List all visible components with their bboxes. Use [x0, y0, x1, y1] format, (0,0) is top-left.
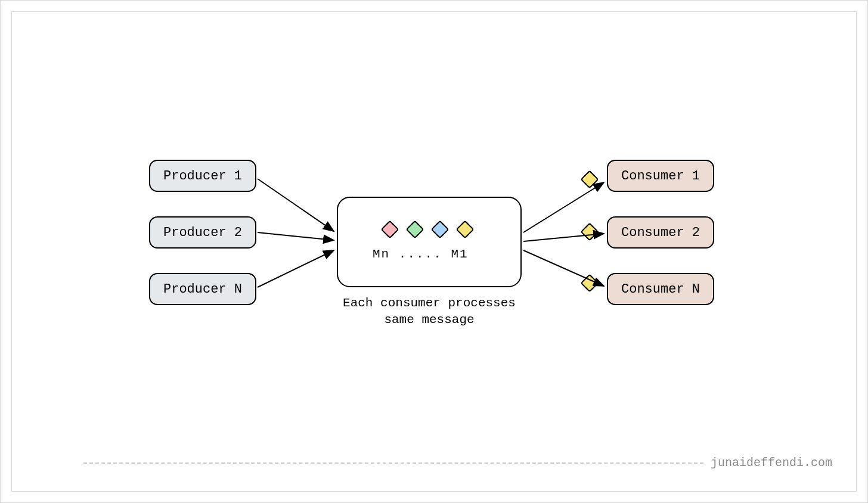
svg-line-4 — [523, 182, 604, 232]
svg-line-1 — [258, 179, 334, 231]
svg-line-2 — [258, 232, 334, 240]
inner-frame: Producer 1 Producer 2 Producer N Mn ....… — [11, 11, 857, 492]
arrows-layer — [12, 12, 856, 491]
svg-line-6 — [523, 250, 604, 286]
footer: junaideffendi.com — [83, 456, 832, 470]
svg-line-5 — [523, 234, 604, 241]
footer-domain: junaideffendi.com — [711, 456, 832, 470]
canvas: Producer 1 Producer 2 Producer N Mn ....… — [0, 0, 868, 503]
footer-divider — [83, 462, 703, 464]
svg-line-3 — [258, 250, 334, 287]
